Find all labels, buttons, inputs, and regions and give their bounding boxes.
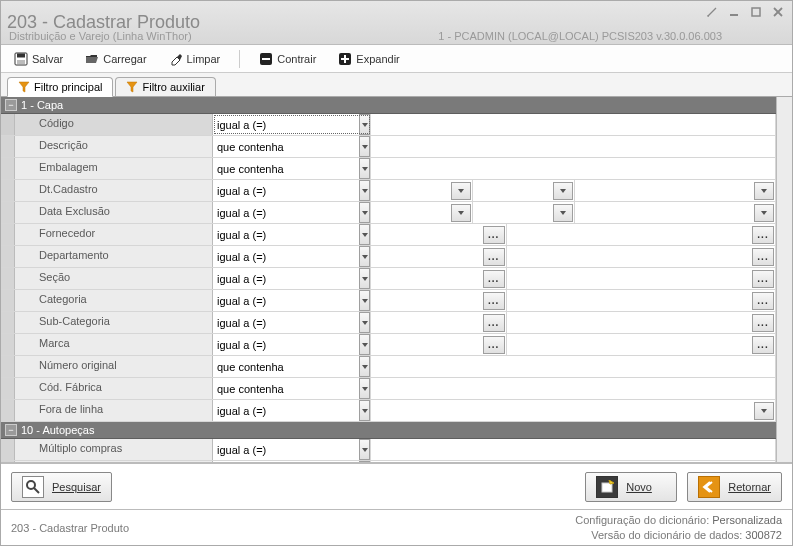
operator-cell[interactable] [213,136,371,157]
carregar-label: Carregar [103,53,146,65]
chevron-down-icon[interactable] [359,356,370,377]
tab-filtro-principal[interactable]: Filtro principal [7,77,113,97]
row-gutter [1,180,15,201]
collapse-icon[interactable]: − [5,424,17,436]
maximize-icon[interactable] [748,5,764,21]
retornar-label: Retornar [728,481,771,493]
lookup-button[interactable]: ... [483,292,505,310]
value-dropdown[interactable] [754,402,774,420]
date-dropdown[interactable] [451,204,471,222]
pesquisar-label: Pesquisar [52,481,101,493]
novo-button[interactable]: Novo [585,472,677,502]
operator-cell[interactable] [213,312,371,333]
operator-cell[interactable] [213,202,371,223]
close-icon[interactable] [770,5,786,21]
limpar-button[interactable]: Limpar [160,48,230,70]
lookup-button[interactable]: ... [752,226,774,244]
chevron-down-icon[interactable] [359,114,370,135]
operator-cell[interactable] [213,400,371,421]
operator-cell[interactable] [213,334,371,355]
expandir-label: Expandir [356,53,399,65]
svg-marker-29 [362,277,368,281]
chevron-down-icon[interactable] [359,224,370,245]
group-header[interactable]: − 10 - Autopeças [1,422,776,439]
chevron-down-icon[interactable] [359,158,370,179]
lookup-button[interactable]: ... [483,314,505,332]
operator-cell[interactable] [213,356,371,377]
expandir-button[interactable]: Expandir [329,48,408,70]
date-dropdown[interactable] [754,204,774,222]
operator-cell[interactable] [213,439,371,460]
chevron-down-icon[interactable] [359,290,370,311]
chevron-down-icon[interactable] [359,378,370,399]
operator-select[interactable] [213,224,359,245]
scrollbar[interactable] [776,97,792,462]
collapse-icon[interactable]: − [5,99,17,111]
group-title: 1 - Capa [21,99,63,111]
pesquisar-button[interactable]: Pesquisar [11,472,112,502]
filter-row: Múltiplo compras [1,439,776,461]
chevron-down-icon[interactable] [359,461,370,462]
contrair-button[interactable]: Contrair [250,48,325,70]
operator-select[interactable] [213,114,359,135]
retornar-button[interactable]: Retornar [687,472,782,502]
operator-cell[interactable] [213,461,371,462]
operator-cell[interactable] [213,246,371,267]
lookup-button[interactable]: ... [752,292,774,310]
operator-cell[interactable] [213,378,371,399]
operator-select[interactable] [213,136,359,157]
operator-select[interactable] [213,202,359,223]
operator-select[interactable] [213,290,359,311]
date-dropdown[interactable] [754,182,774,200]
chevron-down-icon[interactable] [359,268,370,289]
operator-cell[interactable] [213,224,371,245]
chevron-down-icon[interactable] [359,439,370,460]
minimize-icon[interactable] [726,5,742,21]
operator-cell[interactable] [213,158,371,179]
lookup-button[interactable]: ... [483,336,505,354]
operator-select[interactable] [213,356,359,377]
chevron-down-icon[interactable] [359,202,370,223]
chevron-down-icon[interactable] [359,334,370,355]
svg-marker-34 [362,387,368,391]
operator-select[interactable] [213,312,359,333]
operator-cell[interactable] [213,268,371,289]
lookup-button[interactable]: ... [752,314,774,332]
filter-label: Fora de linha [15,400,213,421]
lookup-button[interactable]: ... [752,336,774,354]
operator-select[interactable] [213,158,359,179]
chevron-down-icon[interactable] [359,312,370,333]
operator-select[interactable] [213,180,359,201]
salvar-button[interactable]: Salvar [5,48,72,70]
operator-cell[interactable] [213,180,371,201]
toolbar-separator [239,50,240,68]
date-dropdown[interactable] [553,204,573,222]
chevron-down-icon[interactable] [359,180,370,201]
chevron-down-icon[interactable] [359,136,370,157]
date-dropdown[interactable] [451,182,471,200]
lookup-button[interactable]: ... [752,248,774,266]
operator-select[interactable] [213,268,359,289]
novo-label: Novo [626,481,652,493]
lookup-button[interactable]: ... [483,248,505,266]
operator-select[interactable] [213,439,359,460]
carregar-button[interactable]: Carregar [76,48,155,70]
operator-select[interactable] [213,246,359,267]
funnel-icon [126,81,138,93]
lookup-button[interactable]: ... [752,270,774,288]
chevron-down-icon[interactable] [359,246,370,267]
edit-icon[interactable] [704,5,720,21]
lookup-button[interactable]: ... [483,226,505,244]
svg-rect-6 [17,60,25,64]
operator-cell[interactable] [213,290,371,311]
operator-select[interactable] [213,334,359,355]
operator-cell[interactable] [213,114,371,135]
lookup-button[interactable]: ... [483,270,505,288]
chevron-down-icon[interactable] [359,400,370,421]
tab-filtro-auxiliar[interactable]: Filtro auxiliar [115,77,215,96]
operator-select[interactable] [213,378,359,399]
operator-select[interactable] [213,461,359,462]
group-header[interactable]: − 1 - Capa [1,97,776,114]
operator-select[interactable] [213,400,359,421]
date-dropdown[interactable] [553,182,573,200]
